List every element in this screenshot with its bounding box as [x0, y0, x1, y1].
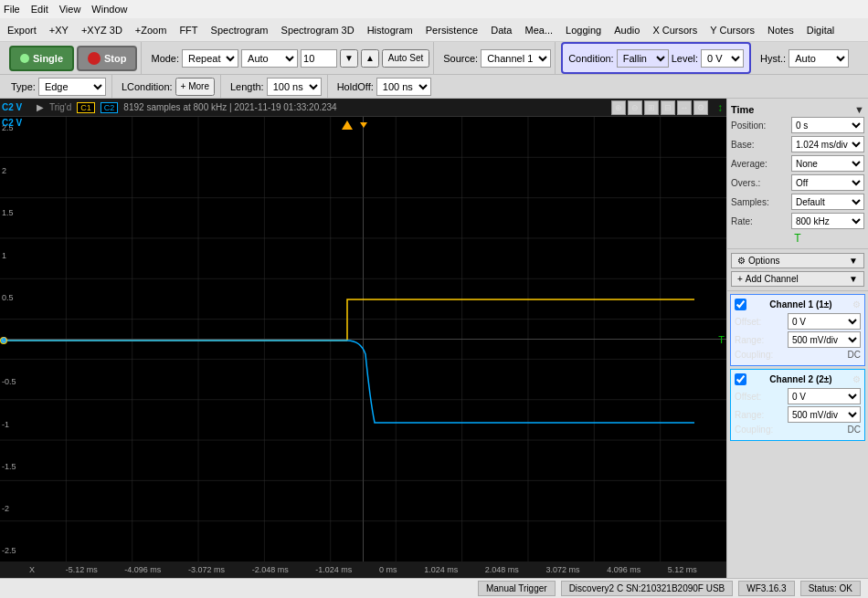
manual-trigger-status[interactable]: Manual Trigger	[478, 581, 556, 596]
auto-select[interactable]: AutoNormalSingle	[241, 49, 298, 68]
x-tick-10: 5.12 ms	[668, 565, 697, 574]
ch1-checkbox[interactable]	[735, 299, 746, 310]
ch1-range-label: Range:	[735, 335, 764, 345]
svg-text:1.5: 1.5	[2, 208, 14, 217]
time-title: Time	[731, 102, 754, 117]
svg-text:-2: -2	[2, 504, 9, 513]
more-button[interactable]: + More	[175, 78, 215, 96]
y-expand-icon[interactable]: ↕	[717, 101, 723, 114]
tb-mea[interactable]: Mea...	[522, 24, 557, 37]
average-select[interactable]: None248	[791, 155, 864, 172]
length-select[interactable]: 100 ns200 ns500 ns	[267, 78, 322, 96]
x-tick-2: -3.072 ms	[188, 565, 225, 574]
tb-logging[interactable]: Logging	[562, 24, 605, 37]
holdoff-select[interactable]: 100 ns200 ns500 ns	[376, 78, 431, 96]
trigger-marker	[360, 119, 367, 130]
position-select[interactable]: 0 s	[791, 117, 864, 133]
x-tick-5: 0 ms	[379, 565, 397, 574]
tb-xcursors[interactable]: X Cursors	[649, 24, 701, 37]
tb-digital[interactable]: Digital	[803, 24, 839, 37]
count-input[interactable]	[301, 49, 337, 68]
hyst-select[interactable]: AutoNoneLowMediumHigh	[789, 49, 849, 68]
menu-view[interactable]: View	[59, 4, 81, 15]
overs-label: Overs.:	[731, 178, 760, 188]
tb-xy[interactable]: +XY	[46, 24, 72, 37]
position-label: Position:	[731, 121, 766, 131]
x-tick-9: 4.096 ms	[607, 565, 640, 574]
options-button[interactable]: ⚙ Options ▼	[731, 253, 864, 268]
tb-persistence[interactable]: Persistence	[422, 24, 482, 37]
zoom-out-icon[interactable]: ⊖	[628, 100, 642, 115]
ch1-coupling-label: Coupling:	[735, 350, 773, 360]
source-select[interactable]: Channel 1Channel 2	[481, 49, 551, 68]
rate-select[interactable]: 800 kHz1 MHz	[791, 213, 864, 229]
single-button[interactable]: Single	[9, 46, 74, 71]
time-expand-icon[interactable]: ▼	[854, 104, 864, 115]
source-label: Source:	[443, 53, 478, 64]
zoom-in-icon[interactable]: ⊕	[611, 100, 626, 115]
ch2-range-label: Range:	[735, 410, 764, 420]
waveform-area[interactable]: T	[0, 117, 726, 561]
x-tick-4: -1.024 ms	[315, 565, 352, 574]
add-channel-label: Add Channel	[746, 274, 799, 284]
ch1-coupling-value: DC	[848, 350, 861, 360]
svg-text:-2.5: -2.5	[2, 546, 16, 555]
zoom-options-icon[interactable]: ⚙	[693, 100, 708, 115]
menu-file[interactable]: File	[4, 4, 20, 15]
zoom-reset-icon[interactable]: ⊟	[661, 100, 675, 115]
level-select[interactable]: 0 V1 V-1 V	[701, 49, 744, 68]
condition-select[interactable]: FallinRisingEither	[617, 49, 669, 68]
overs-select[interactable]: OffOn	[791, 174, 864, 191]
ch2-offset-label: Offset:	[735, 392, 761, 402]
ch2-offset-select[interactable]: 0 V	[788, 388, 861, 404]
svg-text:-1: -1	[2, 420, 9, 429]
stop-button[interactable]: Stop	[77, 46, 137, 71]
x-tick-0: -5.12 ms	[66, 565, 98, 574]
type-label: Type:	[11, 81, 36, 92]
options-section: ⚙ Options ▼ + Add Channel ▼	[727, 249, 868, 291]
osc-area: C2 V ▶ Trig'd C1 C2 8192 samples at 800 …	[0, 99, 726, 578]
c2b-badge: C2	[101, 102, 119, 113]
mode-select[interactable]: RepeatAutoNormalSingle	[182, 49, 238, 68]
base-label: Base:	[731, 140, 755, 150]
add-expand-icon: ▼	[849, 274, 858, 284]
tb-export[interactable]: Export	[4, 24, 40, 37]
zoom-cursor-icon[interactable]: ↔	[677, 100, 692, 115]
tb-fft[interactable]: FFT	[175, 24, 201, 37]
ch1-gear-icon[interactable]: ⚙	[852, 299, 861, 309]
svg-text:0: 0	[2, 335, 6, 344]
status-bar: Manual Trigger Discovery2 C SN:210321B20…	[0, 578, 868, 598]
increment-button[interactable]: ▲	[361, 49, 379, 68]
samples-select[interactable]: DefaultCustom	[791, 194, 864, 210]
tb-histogram[interactable]: Histogram	[364, 24, 417, 37]
decrement-button[interactable]: ▼	[340, 49, 358, 68]
zoom-fit-icon[interactable]: ⊞	[644, 100, 659, 115]
mode-label: Mode:	[151, 53, 179, 64]
tb-ycursors[interactable]: Y Cursors	[706, 24, 758, 37]
menu-window[interactable]: Window	[91, 4, 127, 15]
tb-zoom[interactable]: +Zoom	[132, 24, 171, 37]
tb-xyz3d[interactable]: +XYZ 3D	[78, 24, 126, 37]
toolbar-second: Type: EdgePulseTransition LCondition: + …	[0, 75, 868, 99]
tb-spectrogram[interactable]: Spectrogram	[207, 24, 272, 37]
autoset-button[interactable]: Auto Set	[382, 49, 429, 68]
ch1-range-select[interactable]: 500 mV/div	[788, 331, 861, 348]
tb-data[interactable]: Data	[487, 24, 515, 37]
ch2-checkbox[interactable]	[735, 373, 746, 385]
ch2-range-select[interactable]: 500 mV/div	[788, 406, 861, 423]
ch2-coupling-value: DC	[848, 425, 861, 435]
tb-spectrogram3d[interactable]: Spectrogram 3D	[278, 24, 358, 37]
condition-label: Condition:	[568, 53, 614, 64]
toolbar-main: Single Stop Mode: RepeatAutoNormalSingle…	[0, 42, 868, 75]
base-select[interactable]: 1.024 ms/div	[791, 136, 864, 152]
x-label: X	[29, 565, 35, 574]
menu-edit[interactable]: Edit	[31, 4, 48, 15]
stop-label: Stop	[104, 53, 126, 64]
tb-notes[interactable]: Notes	[764, 24, 798, 37]
ch2-gear-icon[interactable]: ⚙	[852, 374, 861, 384]
tb-audio[interactable]: Audio	[610, 24, 643, 37]
ch1-offset-select[interactable]: 0 V	[788, 313, 861, 330]
type-select[interactable]: EdgePulseTransition	[38, 78, 106, 96]
add-channel-button[interactable]: + Add Channel ▼	[731, 271, 864, 287]
channel2-section: Channel 2 (2±) ⚙ Offset: 0 V Range: 500 …	[730, 369, 865, 441]
